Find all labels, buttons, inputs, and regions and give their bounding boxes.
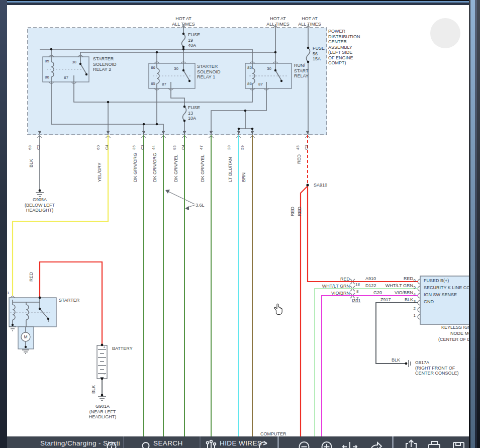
wire-color-label: BRN bbox=[241, 172, 246, 182]
run-start-pin-30: 30 bbox=[267, 66, 271, 71]
exit-conn: C4 bbox=[105, 145, 110, 150]
exit-pin: 59 bbox=[240, 145, 245, 150]
mouse-cursor bbox=[273, 303, 288, 318]
top-edge-strip bbox=[0, 0, 480, 5]
wire-color-label: DK GRN/YEL bbox=[173, 154, 178, 182]
wire-red-label: RED bbox=[290, 207, 295, 216]
fit-width-icon[interactable] bbox=[343, 442, 357, 448]
motor-label: M bbox=[24, 334, 27, 340]
exit-conn: C3 bbox=[304, 145, 309, 150]
row-conn-pin: 8 bbox=[356, 289, 358, 294]
row-conn-pin: 18 bbox=[355, 282, 360, 287]
ground-g917a: G917A (RIGHT FRONT OF CENTER CONSOLE) bbox=[415, 360, 459, 376]
hide-wires-icon[interactable] bbox=[207, 440, 216, 448]
box-fn: GND bbox=[424, 299, 434, 305]
wire-color-label: RED bbox=[297, 154, 302, 164]
battery-label: BATTERY bbox=[112, 346, 133, 351]
toolbar-icons bbox=[7, 436, 469, 448]
wire-red-label: RED bbox=[29, 272, 34, 282]
box-pin: 2 bbox=[404, 306, 416, 311]
zoom-in-icon[interactable] bbox=[322, 442, 332, 448]
left-edge-strip bbox=[0, 0, 7, 448]
box-pin: 3 bbox=[404, 299, 416, 304]
exit-conn: C4 bbox=[181, 145, 186, 150]
box-pin: 6 bbox=[404, 278, 416, 283]
exit-pin: 68 bbox=[28, 145, 33, 150]
starter-label: STARTER bbox=[59, 298, 79, 303]
wire-blk-label: BLK bbox=[392, 357, 400, 363]
engine-label: 3.6L bbox=[196, 203, 205, 208]
relay1-title: STARTER SOLENOID RELAY 1 bbox=[197, 64, 221, 80]
wire-color-label: DK GRN/ORG bbox=[133, 153, 138, 182]
relay2-pin-30: 30 bbox=[72, 60, 76, 64]
hot-at-label-3: HOT AT ALL TIMES bbox=[298, 16, 321, 27]
connector-i301: I301 bbox=[352, 298, 361, 304]
row-left-color: RED bbox=[302, 277, 350, 282]
wire-color-label: LT BLU/TAN bbox=[228, 157, 233, 182]
wire-color-label: BLK bbox=[29, 159, 34, 167]
run-start-pin-87: 87 bbox=[258, 82, 263, 86]
wire-wht-lt-grn bbox=[315, 289, 418, 437]
undo-icon[interactable] bbox=[259, 441, 267, 448]
engine-callout-lines bbox=[167, 191, 195, 208]
diagram-viewer: HOT AT ALL TIMES HOT AT ALL TIMES HOT AT… bbox=[0, 0, 480, 448]
relay2-pin-85: 85 bbox=[45, 59, 49, 63]
exit-pin: 36 bbox=[132, 145, 137, 150]
kin-caption-line3: (CENTER OF D bbox=[438, 337, 470, 342]
pdc-title: POWER DISTRIBUTION CENTER ASSEMBLY (LEFT… bbox=[328, 29, 360, 66]
hot-at-label-2: HOT AT ALL TIMES bbox=[266, 16, 290, 27]
relay2-pin-86: 86 bbox=[45, 75, 49, 79]
wire-yel-gry bbox=[13, 135, 108, 296]
hot-at-label-1: HOT AT ALL TIMES bbox=[172, 16, 195, 27]
computer-label: COMPUTER bbox=[260, 431, 286, 437]
relay1-pin-85: 85 bbox=[151, 81, 155, 86]
starter-pin-1: 1 bbox=[7, 291, 9, 295]
battery-symbol bbox=[97, 345, 107, 379]
exit-pin: 28 bbox=[227, 145, 232, 150]
wire-color-label: DK GRN/ORG bbox=[152, 153, 157, 182]
fuse13-label: FUSE 13 10A bbox=[188, 105, 200, 121]
relay2-title: STARTER SOLENOID RELAY 2 bbox=[93, 56, 117, 72]
fuse56-label: FUSE 56 15A bbox=[313, 46, 325, 62]
battery-plus: + bbox=[103, 345, 106, 349]
wire-red-label: RED bbox=[297, 207, 302, 216]
exit-pin: 47 bbox=[199, 145, 204, 150]
box-pin: 1 bbox=[404, 313, 416, 318]
wire-color-label: YEL/GRY bbox=[97, 162, 102, 182]
relay1-pin-86: 86 bbox=[151, 65, 155, 70]
wire-color-label: DK GRN/YEL bbox=[200, 154, 205, 182]
run-start-relay-title: RUN/ START RELAY bbox=[294, 63, 309, 79]
ground-symbols bbox=[9, 193, 411, 401]
row-left-color: VIO/BRN bbox=[302, 291, 350, 296]
relay2-pin-87: 87 bbox=[64, 75, 68, 80]
wire-blk-label: BLK bbox=[91, 385, 96, 394]
exit-pin: 95 bbox=[172, 145, 177, 150]
exit-conn: C2 bbox=[36, 145, 41, 150]
redo-share-icon[interactable] bbox=[371, 442, 381, 448]
zoom-out-icon[interactable] bbox=[300, 442, 309, 448]
print-icon[interactable] bbox=[429, 441, 440, 448]
wire-red bbox=[40, 186, 418, 437]
close-button[interactable] bbox=[430, 18, 460, 48]
run-start-pin-85: 85 bbox=[247, 65, 252, 70]
wiring-diagram-canvas bbox=[0, 0, 480, 448]
info-icon[interactable] bbox=[108, 442, 116, 448]
export-icon[interactable] bbox=[406, 440, 416, 448]
battery-minus: - bbox=[104, 372, 105, 377]
splice-label: SA910 bbox=[314, 183, 327, 188]
ground-g901a: G901A (NEAR LEFT HEADLIGHT) bbox=[89, 404, 117, 420]
right-scrollbar-strip[interactable] bbox=[469, 0, 480, 448]
box-fn: FUSED B(+) bbox=[424, 278, 449, 284]
exit-pin: 60 bbox=[96, 145, 101, 150]
row-left-color: WHT/LT GRN bbox=[302, 284, 350, 289]
wire-blk bbox=[102, 303, 418, 395]
fuse19-label: FUSE 19 40A bbox=[188, 32, 200, 48]
box-pin: 5 bbox=[404, 285, 416, 290]
search-icon[interactable] bbox=[143, 442, 151, 448]
box-pin: 4 bbox=[404, 292, 416, 297]
relay1-pin-30: 30 bbox=[174, 66, 178, 71]
save-icon[interactable] bbox=[453, 442, 464, 448]
bottom-toolbar: Starting/Charging - Starti SEARCH HIDE W… bbox=[7, 436, 469, 448]
run-start-pin-86: 86 bbox=[247, 81, 252, 86]
ground-g905a: G905A (BELOW LEFT HEADLIGHT) bbox=[25, 197, 55, 213]
